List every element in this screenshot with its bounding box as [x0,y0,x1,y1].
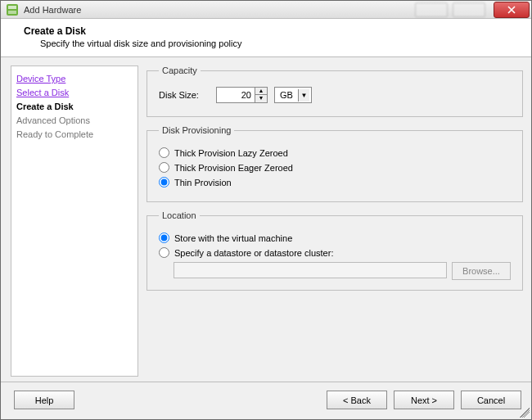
dialog-window: Add Hardware Create a Disk Specify the v… [0,0,532,420]
wizard-footer: Help < Back Next > Cancel [1,382,531,419]
resize-grip[interactable] [520,408,530,418]
prov-radio-lazy[interactable] [159,147,169,158]
prov-option-thin[interactable]: Thin Provision [159,177,511,187]
prov-option-eager[interactable]: Thick Provision Eager Zeroed [159,162,511,173]
datastore-path-input [174,262,447,278]
prov-radio-thin[interactable] [159,177,169,187]
step-device-type[interactable]: Device Type [16,74,65,84]
close-icon [507,6,516,14]
disk-size-label: Disk Size: [159,90,210,100]
svg-rect-1 [8,6,16,9]
cancel-button[interactable]: Cancel [461,391,521,409]
disk-size-input[interactable] [217,88,255,102]
loc-label-specify: Specify a datastore or datastore cluster… [174,248,333,258]
location-legend: Location [159,210,200,220]
loc-radio-specify[interactable] [159,247,169,258]
prov-option-lazy[interactable]: Thick Provision Lazy Zeroed [159,147,511,158]
location-group: Location Store with the virtual machine … [147,210,523,291]
prov-label-lazy: Thick Provision Lazy Zeroed [174,148,288,158]
background-blur [415,2,494,17]
step-ready-complete: Ready to Complete [16,129,93,139]
next-button[interactable]: Next > [394,391,454,409]
step-advanced-options: Advanced Options [16,115,90,125]
capacity-group: Capacity Disk Size: ▲ ▼ GB ▼ [147,65,523,117]
wizard-steps: Device Type Select a Disk Create a Disk … [11,65,138,377]
back-button[interactable]: < Back [327,391,387,409]
loc-radio-with-vm[interactable] [159,233,169,243]
disk-size-unit-value: GB [280,90,293,100]
disk-size-unit-select[interactable]: GB ▼ [274,87,312,103]
help-button[interactable]: Help [14,391,74,409]
wizard-content: Capacity Disk Size: ▲ ▼ GB ▼ [147,65,523,377]
step-create-disk: Create a Disk [16,102,74,111]
disk-size-spinner[interactable]: ▲ ▼ [216,87,268,103]
loc-label-with-vm: Store with the virtual machine [174,233,292,243]
loc-option-specify[interactable]: Specify a datastore or datastore cluster… [159,247,511,258]
prov-label-thin: Thin Provision [174,178,232,187]
page-subtitle: Specify the virtual disk size and provis… [40,38,520,48]
close-button[interactable] [494,2,530,18]
capacity-legend: Capacity [159,65,201,75]
prov-radio-eager[interactable] [159,162,169,173]
disk-provisioning-group: Disk Provisioning Thick Provision Lazy Z… [147,125,523,202]
wizard-body: Device Type Select a Disk Create a Disk … [1,57,531,382]
browse-button: Browse... [452,262,511,280]
loc-option-with-vm[interactable]: Store with the virtual machine [159,233,511,243]
provisioning-legend: Disk Provisioning [159,125,234,135]
titlebar: Add Hardware [1,1,531,19]
wizard-header: Create a Disk Specify the virtual disk s… [1,19,531,57]
app-icon [6,3,19,16]
window-title: Add Hardware [24,5,415,15]
step-select-disk[interactable]: Select a Disk [16,88,69,97]
spinner-down-icon[interactable]: ▼ [255,95,267,102]
page-title: Create a Disk [24,25,520,37]
spinner-up-icon[interactable]: ▲ [255,88,267,95]
svg-rect-2 [8,11,16,14]
chevron-down-icon: ▼ [298,89,309,102]
prov-label-eager: Thick Provision Eager Zeroed [174,163,293,173]
